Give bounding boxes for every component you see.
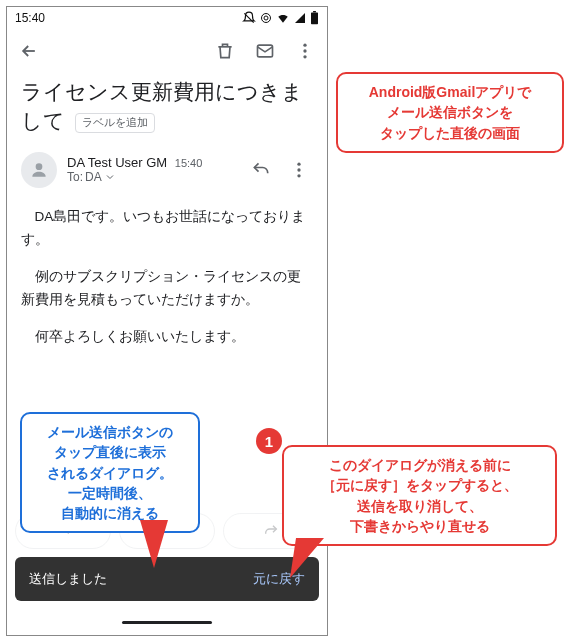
recipient-row[interactable]: To: DA	[67, 170, 237, 184]
status-icons	[242, 11, 319, 25]
callout-top: Android版Gmailアプリで メール送信ボタンを タップした直後の画面	[336, 72, 564, 153]
svg-point-5	[303, 44, 306, 47]
avatar	[21, 152, 57, 188]
reply-icon	[251, 160, 271, 180]
delete-button[interactable]	[211, 37, 239, 65]
body-p1: DA島田です。いつもお世話になっております。	[21, 206, 313, 252]
sender-row[interactable]: DA Test User GM 15:40 To: DA	[7, 144, 327, 196]
dnd-icon	[242, 11, 256, 25]
svg-point-6	[303, 49, 306, 52]
sender-time: 15:40	[175, 157, 203, 169]
callout-left-tail	[140, 520, 180, 570]
callout-right: このダイアログが消える前に ［元に戻す］をタップすると、 送信を取り消して、 下…	[282, 445, 557, 546]
email-body: DA島田です。いつもお世話になっております。 例のサブスクリプション・ライセンス…	[7, 196, 327, 377]
badge-1: 1	[256, 428, 282, 454]
nav-bar	[7, 609, 327, 635]
to-name: DA	[85, 170, 102, 184]
avatar-icon	[29, 160, 49, 180]
svg-point-0	[262, 14, 271, 23]
message-more-button[interactable]	[285, 156, 313, 184]
battery-icon	[310, 11, 319, 25]
email-subject: ライセンス更新費用につきまして ラベルを追加	[7, 73, 327, 144]
svg-point-9	[297, 162, 300, 165]
svg-point-1	[264, 16, 268, 20]
sender-info: DA Test User GM 15:40 To: DA	[67, 155, 237, 184]
callout-left: メール送信ボタンの タップ直後に表示 されるダイアログ。 一定時間後、 自動的に…	[20, 412, 200, 533]
svg-point-10	[297, 168, 300, 171]
more-vert-icon	[289, 160, 309, 180]
callout-right-tail	[290, 538, 330, 580]
more-vert-icon	[295, 41, 315, 61]
reply-button[interactable]	[247, 156, 275, 184]
svg-rect-3	[313, 11, 316, 12]
snackbar-text: 送信しました	[29, 570, 107, 588]
sender-name: DA Test User GM	[67, 155, 167, 170]
mail-icon	[255, 41, 275, 61]
svg-point-8	[36, 163, 43, 170]
svg-marker-13	[290, 538, 324, 578]
add-label-chip[interactable]: ラベルを追加	[75, 113, 155, 132]
svg-point-11	[297, 174, 300, 177]
trash-icon	[215, 41, 235, 61]
back-button[interactable]	[15, 37, 43, 65]
svg-rect-2	[311, 12, 318, 24]
forward-icon	[263, 523, 279, 539]
svg-marker-12	[140, 520, 168, 568]
status-bar: 15:40	[7, 7, 327, 29]
signal-icon	[294, 12, 306, 24]
to-prefix: To:	[67, 170, 83, 184]
status-time: 15:40	[15, 11, 45, 25]
body-p2: 例のサブスクリプション・ライセンスの更新費用を見積もっていただけますか。	[21, 266, 313, 312]
body-p3: 何卒よろしくお願いいたします。	[21, 326, 313, 349]
wifi-icon	[276, 11, 290, 25]
more-button[interactable]	[291, 37, 319, 65]
mark-unread-button[interactable]	[251, 37, 279, 65]
chevron-down-icon	[104, 171, 116, 183]
back-arrow-icon	[19, 41, 39, 61]
nav-handle-icon[interactable]	[122, 621, 212, 624]
app-bar	[7, 29, 327, 73]
subject-text: ライセンス更新費用につきまして	[21, 80, 303, 132]
data-icon	[260, 12, 272, 24]
svg-point-7	[303, 55, 306, 58]
